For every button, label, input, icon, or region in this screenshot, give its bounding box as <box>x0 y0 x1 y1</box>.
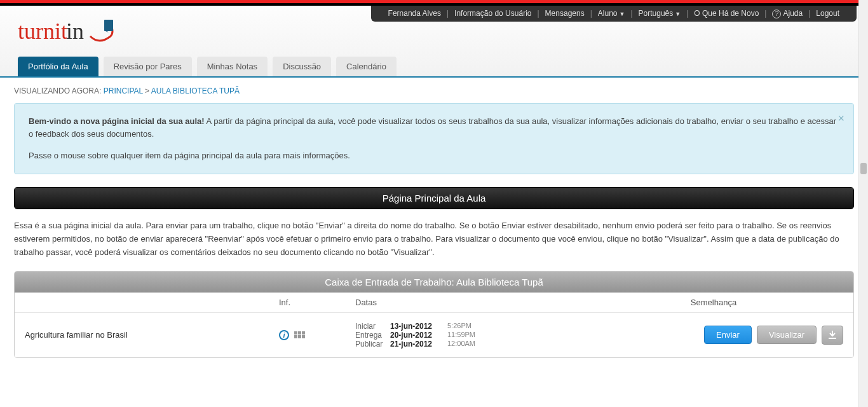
welcome-paragraph-1: Bem-vindo a nova página inicial da sua a… <box>29 115 839 141</box>
tab-portfolio[interactable]: Portfólio da Aula <box>18 57 98 76</box>
breadcrumb-label: VISUALIZANDO AGORA: <box>14 86 101 95</box>
download-icon <box>828 331 837 340</box>
logo[interactable]: turnitin <box>18 17 854 45</box>
nav-username[interactable]: Fernanda Alves <box>383 9 447 18</box>
help-icon: ? <box>772 10 781 18</box>
assignment-row: Agricultura familiar no Brasil i Iniciar… <box>15 313 853 357</box>
col-similarity: Semelhança <box>584 298 843 307</box>
submit-button[interactable]: Enviar <box>704 326 752 344</box>
scrollbar-track[interactable] <box>858 0 868 367</box>
svg-rect-1 <box>829 338 836 339</box>
date-start-value: 13-jun-2012 <box>390 322 447 331</box>
date-due-value: 20-jun-2012 <box>390 331 447 340</box>
page-description: Essa é a sua página inicial da aula. Par… <box>14 219 854 259</box>
date-start-time: 5:26PM <box>447 322 485 331</box>
page-title: Página Principal da Aula <box>14 187 854 209</box>
logo-text-red: turnit <box>18 18 67 45</box>
breadcrumb-current[interactable]: AULA BIBLIOTECA TUPÃ <box>151 86 240 95</box>
assignment-name: Agricultura familiar no Brasil <box>25 330 279 340</box>
welcome-paragraph-2: Passe o mouse sobre qualquer item da pág… <box>29 149 839 162</box>
view-button[interactable]: Visualizar <box>757 326 817 344</box>
user-nav-bar: Fernanda Alves| Informação do Usuário| M… <box>371 6 857 22</box>
tab-calendar[interactable]: Calendário <box>336 57 397 76</box>
content-area: VISUALIZANDO AGORA: PRINCIPAL > AULA BIB… <box>0 78 868 367</box>
nav-help[interactable]: ?Ajuda <box>766 9 808 18</box>
inbox-column-headers: Inf. Datas Semelhança <box>15 293 853 313</box>
nav-whats-new[interactable]: O Que Há de Novo <box>688 9 764 18</box>
chevron-down-icon: ▼ <box>619 11 625 17</box>
date-post-label: Publicar <box>355 340 390 348</box>
tab-peer-review[interactable]: Revisão por Pares <box>104 57 192 76</box>
download-button[interactable] <box>822 326 843 345</box>
breadcrumb: VISUALIZANDO AGORA: PRINCIPAL > AULA BIB… <box>14 86 854 95</box>
col-info: Inf. <box>279 298 355 307</box>
welcome-strong: Bem-vindo a nova página inicial da sua a… <box>29 116 205 126</box>
date-post-time: 12:00AM <box>447 340 485 348</box>
date-due-time: 11:59PM <box>447 331 485 340</box>
logo-swish-icon <box>86 17 117 45</box>
assignment-inbox: Caixa de Entrada de Trabalho: Aula Bibli… <box>14 271 854 358</box>
inbox-title: Caixa de Entrada de Trabalho: Aula Bibli… <box>15 272 853 293</box>
assignment-actions: Enviar Visualizar <box>584 326 843 345</box>
date-start-label: Iniciar <box>355 322 390 331</box>
assignment-info-icons: i <box>279 330 355 340</box>
tab-discussion[interactable]: Discussão <box>273 57 331 76</box>
date-post-value: 21-jun-2012 <box>390 340 447 348</box>
main-tabs: Portfólio da Aula Revisão por Pares Minh… <box>18 57 854 76</box>
nav-messages[interactable]: Mensagens <box>539 9 590 18</box>
welcome-banner: × Bem-vindo a nova página inicial da sua… <box>14 103 854 174</box>
date-due-label: Entrega <box>355 331 390 340</box>
col-dates: Datas <box>355 298 584 307</box>
close-icon[interactable]: × <box>837 110 844 128</box>
rubric-icon[interactable] <box>294 331 305 338</box>
info-icon[interactable]: i <box>279 330 289 340</box>
tab-my-grades[interactable]: Minhas Notas <box>197 57 268 76</box>
chevron-down-icon: ▼ <box>675 11 681 17</box>
breadcrumb-home[interactable]: PRINCIPAL <box>104 86 143 95</box>
scrollbar-thumb[interactable] <box>860 163 867 174</box>
breadcrumb-separator: > <box>145 86 149 95</box>
nav-logout[interactable]: Logout <box>810 9 845 18</box>
nav-user-info[interactable]: Informação do Usuário <box>449 9 537 18</box>
assignment-dates: Iniciar 13-jun-2012 5:26PM Entrega 20-ju… <box>355 322 584 348</box>
logo-text-dark: in <box>66 18 84 45</box>
nav-language-dropdown[interactable]: Português▼ <box>633 9 687 18</box>
nav-role-dropdown[interactable]: Aluno▼ <box>592 9 631 18</box>
svg-rect-0 <box>104 20 113 31</box>
